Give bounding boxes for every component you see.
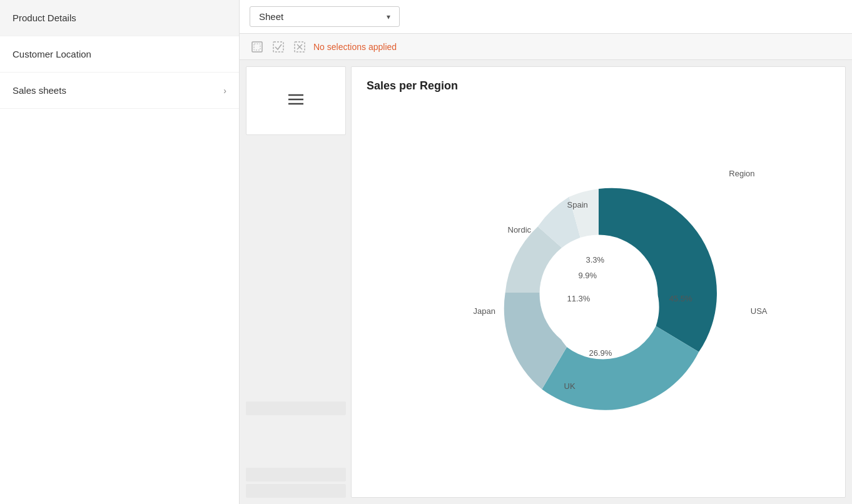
sidebar-item-product-details[interactable]: Product Details	[0, 0, 239, 36]
hamburger-menu-card[interactable]	[246, 66, 346, 135]
chart-title: Sales per Region	[367, 79, 830, 93]
svg-rect-2	[273, 42, 283, 52]
small-bar-3	[246, 484, 346, 498]
sidebar-item-label: Product Details	[13, 13, 76, 23]
left-panel	[246, 66, 346, 498]
toolbar: Sheet ▾	[240, 0, 852, 34]
nordic-pct: 9.9%	[579, 271, 597, 280]
svg-rect-1	[254, 44, 260, 50]
small-bar-2	[246, 468, 346, 481]
sidebar-item-sales-sheets[interactable]: Sales sheets ›	[0, 73, 239, 109]
uk-pct: 26.9%	[589, 348, 612, 358]
select-confirm-icon[interactable]	[271, 39, 286, 54]
select-cancel-icon[interactable]	[292, 39, 307, 54]
sidebar-item-label: Customer Location	[13, 49, 91, 59]
small-bar-1	[246, 401, 346, 415]
donut-container: Region Spain Nordic Japan UK USA 3.3% 9.…	[367, 103, 830, 485]
uk-label: UK	[564, 381, 576, 391]
spain-pct: 3.3%	[586, 255, 605, 265]
small-bars-container	[246, 401, 346, 498]
donut-wrapper: Region Spain Nordic Japan UK USA 3.3% 9.…	[467, 163, 730, 425]
region-legend-label: Region	[729, 169, 754, 178]
chevron-down-icon: ▾	[387, 13, 390, 21]
sheet-dropdown[interactable]: Sheet ▾	[250, 6, 400, 27]
donut-hole	[539, 234, 657, 353]
select-all-icon[interactable]	[250, 39, 265, 54]
main-content: Sheet ▾ No selections applied	[240, 0, 852, 504]
sidebar-item-label: Sales sheets	[13, 85, 66, 96]
japan-pct: 11.3%	[567, 294, 591, 303]
nordic-label: Nordic	[508, 225, 532, 234]
chart-area: Sales per Region Region Spain Nordic Jap…	[351, 66, 846, 498]
usa-label: USA	[751, 306, 768, 316]
no-selections-label: No selections applied	[313, 42, 397, 52]
spain-label: Spain	[567, 200, 588, 209]
hamburger-icon	[287, 93, 305, 109]
chevron-right-icon: ›	[223, 86, 226, 96]
svg-rect-0	[252, 42, 262, 52]
usa-pct: 45.5%	[669, 294, 692, 303]
sheet-dropdown-label: Sheet	[259, 11, 283, 22]
selection-bar: No selections applied	[240, 34, 852, 60]
content-area: Sales per Region Region Spain Nordic Jap…	[240, 60, 852, 504]
japan-label: Japan	[474, 306, 495, 316]
sidebar-item-customer-location[interactable]: Customer Location	[0, 36, 239, 73]
sidebar: Product Details Customer Location Sales …	[0, 0, 240, 504]
